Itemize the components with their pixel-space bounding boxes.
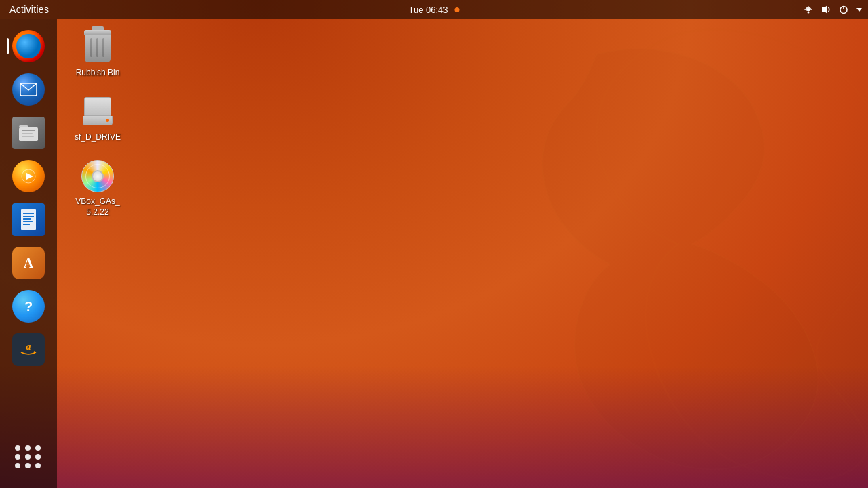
trash-icon-graphic xyxy=(83,30,113,65)
desktop-icons-area: Rubbish Bin sf_D_DRIVE VBo xyxy=(57,19,868,488)
svg-rect-19 xyxy=(23,224,30,225)
vbox-gas-label-line1: VBox_GAs_ xyxy=(75,197,119,206)
svg-rect-15 xyxy=(23,213,34,214)
grid-dot xyxy=(35,445,41,451)
desktop-icon-sf-drive[interactable]: sf_D_DRIVE xyxy=(67,90,128,147)
svg-text:A: A xyxy=(24,256,34,270)
apps-grid-icon xyxy=(12,441,45,473)
rubbish-bin-label: Rubbish Bin xyxy=(76,68,120,79)
topbar-clock: Tue 06:43 xyxy=(408,5,459,15)
svg-rect-10 xyxy=(22,133,33,134)
cd-inner-ring xyxy=(85,164,110,188)
svg-marker-3 xyxy=(822,5,827,14)
desktop-icon-rubbish-bin[interactable]: Rubbish Bin xyxy=(67,26,128,83)
power-icon[interactable] xyxy=(838,5,849,14)
appstore-icon: A xyxy=(12,247,45,279)
dock-item-files[interactable] xyxy=(8,113,49,153)
dock-item-email[interactable] xyxy=(8,69,49,110)
svg-rect-9 xyxy=(22,130,35,131)
dock-item-writer[interactable] xyxy=(8,199,49,240)
email-icon xyxy=(12,73,45,106)
grid-dot xyxy=(25,463,31,468)
volume-icon[interactable] xyxy=(821,5,831,14)
grid-dot xyxy=(15,463,20,468)
rubbish-bin-icon xyxy=(80,30,115,65)
topbar: Activities Tue 06:43 xyxy=(0,0,868,19)
trash-lid xyxy=(84,30,111,35)
desktop-icon-vbox-gas[interactable]: VBox_GAs_ 5.2.22 xyxy=(67,155,128,222)
vbox-gas-label: VBox_GAs_ 5.2.22 xyxy=(75,197,119,218)
topbar-system-icons xyxy=(803,5,863,14)
rhythmbox-icon xyxy=(12,160,45,192)
notification-dot xyxy=(455,7,460,12)
svg-rect-11 xyxy=(22,136,34,137)
dock-item-rhythmbox[interactable] xyxy=(8,156,49,197)
svg-point-2 xyxy=(808,12,810,14)
drive-icon-graphic xyxy=(81,97,114,127)
network-icon[interactable] xyxy=(803,5,814,14)
grid-dot xyxy=(25,454,31,460)
vbox-gas-label-line2: 5.2.22 xyxy=(86,207,108,217)
datetime-label: Tue 06:43 xyxy=(408,5,448,15)
files-icon xyxy=(12,117,45,149)
firefox-icon xyxy=(12,30,45,62)
grid-dot xyxy=(35,463,41,468)
sf-drive-label: sf_D_DRIVE xyxy=(75,132,121,143)
trash-body xyxy=(85,35,111,62)
svg-rect-18 xyxy=(23,221,33,222)
drive-top xyxy=(84,97,111,116)
dock-show-apps-button[interactable] xyxy=(8,436,49,477)
help-icon: ? xyxy=(12,290,45,323)
svg-marker-13 xyxy=(26,173,33,180)
svg-rect-16 xyxy=(23,216,34,217)
dock-item-firefox[interactable] xyxy=(8,26,49,66)
apps-grid-dots xyxy=(15,445,42,468)
cd-icon-graphic xyxy=(81,160,114,192)
svg-rect-17 xyxy=(23,218,31,220)
desktop: Activities Tue 06:43 xyxy=(0,0,868,488)
grid-dot xyxy=(35,454,41,460)
system-menu-arrow[interactable] xyxy=(856,6,863,13)
drive-bottom xyxy=(83,116,113,125)
grid-dot xyxy=(25,445,31,451)
sf-drive-icon xyxy=(80,94,115,129)
svg-text:?: ? xyxy=(24,299,33,314)
activities-button[interactable]: Activities xyxy=(5,4,53,15)
drive-led xyxy=(106,119,109,122)
amazon-icon: a xyxy=(12,333,45,366)
svg-text:a: a xyxy=(26,342,31,352)
trash-line xyxy=(102,38,104,57)
dock-item-help[interactable]: ? xyxy=(8,286,49,327)
svg-marker-6 xyxy=(856,8,862,12)
vbox-cd-icon xyxy=(80,159,115,194)
grid-dot xyxy=(15,454,20,460)
grid-dot xyxy=(15,445,20,451)
writer-icon xyxy=(12,203,45,236)
dock-item-amazon[interactable]: a xyxy=(8,329,49,370)
dock: A ? a xyxy=(0,19,57,488)
dock-item-appstore[interactable]: A xyxy=(8,243,49,283)
